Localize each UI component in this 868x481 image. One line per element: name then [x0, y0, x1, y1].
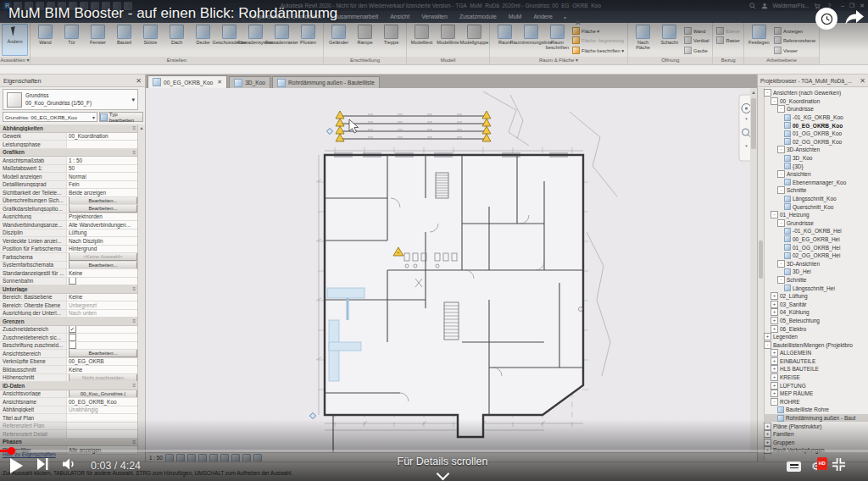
- tool-modelltext[interactable]: Modelltext: [409, 24, 435, 56]
- tree-item[interactable]: 3D_Koo: [764, 154, 868, 163]
- property-row[interactable]: Farbschema<Keine Auswahl>: [0, 253, 139, 262]
- constraints-icon[interactable]: [253, 454, 262, 462]
- tree-item[interactable]: -Schnitte: [764, 276, 868, 285]
- tree-item[interactable]: +06_Elektro: [764, 324, 868, 333]
- tree-expander-icon[interactable]: -: [777, 186, 785, 194]
- property-value[interactable]: 50: [66, 165, 139, 173]
- property-row[interactable]: AusrichtungProjektnorden: [0, 213, 139, 222]
- tree-item[interactable]: +Legenden: [764, 333, 868, 341]
- ribbon-tab-andere[interactable]: Andere: [527, 11, 559, 23]
- video-title[interactable]: MuM BIM Booster - auf einen Blick: Rohrd…: [8, 5, 337, 22]
- view-tab-00-eg-okrb-koo[interactable]: 00_EG_OKRB_Koo✕: [147, 75, 227, 88]
- tool-referenzebene[interactable]: Referenzebene: [774, 36, 815, 47]
- property-row[interactable]: DisziplinLüftung: [0, 229, 139, 238]
- property-checkbox[interactable]: [69, 278, 76, 285]
- tool-wand[interactable]: Wand: [32, 24, 58, 56]
- property-value[interactable]: Nach Disziplin: [66, 237, 139, 245]
- tree-expander-icon[interactable]: +: [771, 382, 778, 390]
- property-section[interactable]: Grafiken≡: [0, 149, 139, 158]
- tree-item[interactable]: Bauteilliste Rohre: [764, 406, 868, 414]
- fullscreen-icon[interactable]: [832, 457, 846, 475]
- property-row[interactable]: Bereich: Oberste EbeneUnbegrenzt: [0, 301, 139, 310]
- ribbon-tab-ansicht[interactable]: Ansicht: [384, 11, 415, 23]
- ribbon-tab-zusatzmodule[interactable]: Zusatzmodule: [453, 11, 503, 23]
- tree-item[interactable]: -Grundrisse: [764, 105, 868, 113]
- tool-pfosten[interactable]: Pfosten: [295, 24, 321, 56]
- property-value[interactable]: Keine: [66, 366, 139, 373]
- tree-item[interactable]: -Grundrisse: [764, 219, 868, 228]
- tool-tür[interactable]: Tür: [58, 24, 85, 56]
- property-value[interactable]: Nach unten: [66, 310, 139, 318]
- tree-item[interactable]: +Gruppen: [764, 439, 868, 447]
- property-row[interactable]: SystemfarbschemataBearbeiten...: [0, 262, 139, 270]
- tree-item[interactable]: -Bauteillisten/Mengen (Projektbro: [764, 340, 868, 349]
- tree-item[interactable]: -Ansichten: [764, 170, 868, 179]
- visual-style-icon[interactable]: [176, 454, 185, 462]
- property-checkbox[interactable]: [69, 334, 76, 341]
- tree-item[interactable]: 00_EG_OKRB_Koo: [764, 121, 868, 130]
- tree-expander-icon[interactable]: +: [764, 423, 771, 430]
- property-row[interactable]: Maßstabswert 1:50: [0, 165, 139, 174]
- property-button[interactable]: Bearbeiten...: [69, 197, 137, 205]
- property-row[interactable]: DetaillierungsgradFein: [0, 181, 139, 190]
- property-value[interactable]: Bearbeiten...: [66, 262, 139, 269]
- tool-treppe[interactable]: Treppe: [378, 24, 404, 56]
- tree-item[interactable]: +LÜFTUNG: [764, 381, 868, 390]
- property-row[interactable]: Ansichtsname00_EG_OKRB_Koo: [0, 398, 139, 406]
- tool-ebene[interactable]: Ebene: [716, 26, 739, 36]
- property-section[interactable]: Grenzen≡: [0, 318, 139, 326]
- tool-wand[interactable]: Wand: [684, 26, 709, 36]
- tree-expander-icon[interactable]: +: [771, 349, 778, 357]
- property-section[interactable]: Abhängigkeiten≡: [0, 124, 139, 133]
- view-tab-close-icon[interactable]: ✕: [217, 79, 222, 86]
- property-row[interactable]: Referenziert Plan: [0, 423, 139, 431]
- tool-vertikal[interactable]: Vertikal: [684, 36, 709, 47]
- property-value[interactable]: 00_Koordination: [66, 133, 139, 141]
- tree-item[interactable]: +03_Sanitär: [764, 300, 868, 308]
- volume-icon[interactable]: [62, 457, 77, 474]
- property-row[interactable]: Titel auf Plan: [0, 414, 139, 423]
- tree-item[interactable]: +04_Kühlung: [764, 308, 868, 317]
- tree-expander-icon[interactable]: +: [771, 390, 778, 397]
- ribbon-state-caret-icon[interactable]: ▾: [559, 14, 571, 20]
- property-row[interactable]: Position für FarbschemaHintergrund: [0, 246, 139, 254]
- play-button[interactable]: [10, 458, 23, 473]
- tree-expander-icon[interactable]: +: [771, 357, 778, 365]
- tree-item[interactable]: -ROHRE: [764, 398, 868, 406]
- tree-item[interactable]: Längsschnitt_Koo: [764, 195, 868, 203]
- pipe-warning-icons[interactable]: [336, 111, 491, 141]
- tree-expander-icon[interactable]: +: [771, 301, 778, 308]
- property-row[interactable]: Verknüpfte Ebene00_EG_OKRB: [0, 358, 139, 367]
- property-value[interactable]: 00_EG_OKRB_Koo: [66, 398, 139, 406]
- tool-fenster[interactable]: Fenster: [85, 24, 111, 56]
- property-value[interactable]: Fein: [66, 181, 139, 189]
- tool-ändern[interactable]: Ändern: [2, 24, 28, 56]
- tree-expander-icon[interactable]: -: [771, 211, 778, 218]
- property-section[interactable]: Unterlage≡: [0, 285, 139, 294]
- tree-expander-icon[interactable]: +: [764, 430, 771, 438]
- section-collapse-icon[interactable]: ≡: [132, 286, 136, 291]
- tool-anzeigen[interactable]: Anzeigen: [774, 26, 815, 36]
- property-row[interactable]: Standardanzeigestil für ...Keine: [0, 269, 139, 278]
- property-value[interactable]: Bearbeiten...: [66, 197, 139, 205]
- property-value[interactable]: Keine: [66, 294, 139, 301]
- tree-item[interactable]: +MEP RÄUME: [764, 390, 868, 398]
- tree-item[interactable]: -01_KG_OKRB_Koo: [764, 113, 868, 122]
- property-value[interactable]: Alle Wandverbindungen...: [66, 221, 139, 229]
- tree-item[interactable]: Längsschnitt_Hei: [764, 284, 868, 292]
- tool-fläche-[interactable]: Fläche ▾: [572, 26, 624, 36]
- tree-item[interactable]: +ALLGEMEIN: [764, 349, 868, 357]
- property-value[interactable]: Lüftung: [66, 229, 139, 237]
- search-icon[interactable]: [748, 2, 756, 9]
- tree-item[interactable]: 01_OG_OKRB_Koo: [764, 130, 868, 138]
- property-section[interactable]: ID-Daten≡: [0, 382, 139, 390]
- tree-item[interactable]: -00_Koordination: [764, 97, 868, 106]
- ribbon-tab-mum[interactable]: MuM: [503, 11, 528, 23]
- property-value[interactable]: [66, 141, 139, 148]
- video-progress-knob[interactable]: [8, 447, 15, 455]
- tree-item[interactable]: +HLS BAUTEILE: [764, 365, 868, 373]
- property-value[interactable]: Hintergrund: [66, 246, 139, 253]
- property-button[interactable]: Nicht zuschneiden: [69, 374, 137, 382]
- share-icon[interactable]: [844, 9, 865, 30]
- property-row[interactable]: Bereich: BasisebeneKeine: [0, 294, 139, 302]
